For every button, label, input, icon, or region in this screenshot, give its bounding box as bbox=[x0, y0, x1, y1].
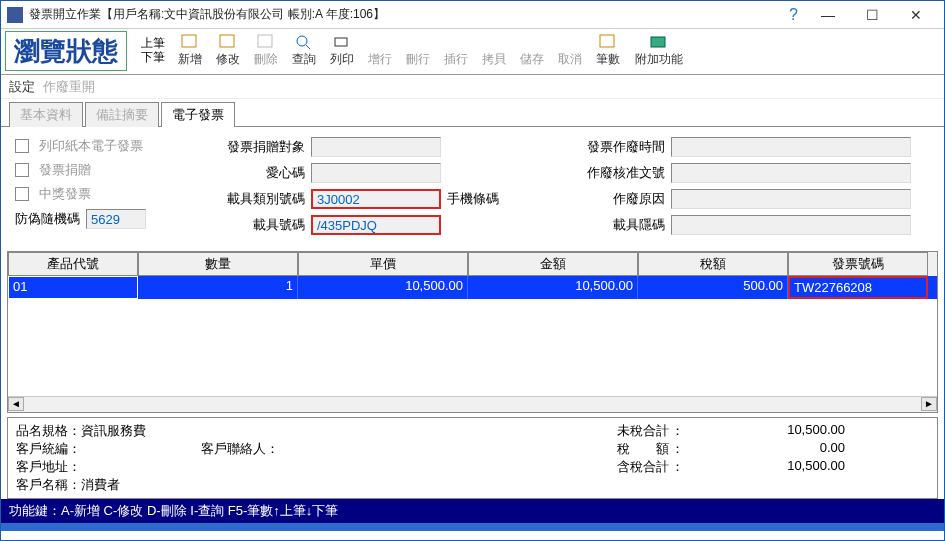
cell-price[interactable]: 10,500.00 bbox=[298, 276, 468, 299]
cell-amount[interactable]: 10,500.00 bbox=[468, 276, 638, 299]
chk-print-paper[interactable] bbox=[15, 139, 29, 153]
scroll-right-icon[interactable]: ► bbox=[921, 397, 937, 411]
cancel-button[interactable]: 取消 bbox=[551, 31, 589, 68]
lbl-custcode: 客戶統編： bbox=[16, 440, 81, 458]
window-title: 發票開立作業【用戶名稱:文中資訊股份有限公司 帳別:A 年度:106】 bbox=[29, 6, 789, 23]
lbl-mobile-barcode: 手機條碼 bbox=[447, 190, 499, 208]
menu-settings[interactable]: 設定 bbox=[9, 78, 35, 96]
summary-panel: 品名規格：資訊服務費 客戶統編：客戶聯絡人： 客戶地址： 客戶名稱：消費者 未稅… bbox=[7, 417, 938, 499]
lbl-spec: 品名規格： bbox=[16, 422, 81, 440]
cell-prod[interactable]: 01 bbox=[8, 276, 138, 299]
tab-bar: 基本資料 備註摘要 電子發票 bbox=[1, 103, 944, 127]
table-row[interactable]: 01 1 10,500.00 10,500.00 500.00 TW227662… bbox=[8, 276, 937, 299]
count-button[interactable]: 筆數 bbox=[589, 31, 627, 68]
fld-lovecode[interactable] bbox=[311, 163, 441, 183]
fld-void-approve[interactable] bbox=[671, 163, 911, 183]
lbl-total: 含稅合計 bbox=[589, 458, 669, 476]
maximize-button[interactable]: ☐ bbox=[850, 2, 894, 28]
col-prod[interactable]: 產品代號 bbox=[8, 252, 138, 276]
save-button[interactable]: 儲存 bbox=[513, 31, 551, 68]
col-amount[interactable]: 金額 bbox=[468, 252, 638, 276]
tab-einvoice[interactable]: 電子發票 bbox=[161, 102, 235, 127]
lbl-prize: 中獎發票 bbox=[39, 185, 91, 203]
app-icon bbox=[7, 7, 23, 23]
fld-void-reason[interactable] bbox=[671, 189, 911, 209]
svg-line-4 bbox=[306, 45, 310, 49]
insrow-button[interactable]: 插行 bbox=[437, 31, 475, 68]
prev-button[interactable]: 上筆 bbox=[141, 36, 165, 50]
fld-carrier-no[interactable]: /435PDJQ bbox=[311, 215, 441, 235]
nav-buttons[interactable]: 上筆 下筆 bbox=[135, 31, 171, 68]
cell-qty[interactable]: 1 bbox=[138, 276, 298, 299]
svg-rect-0 bbox=[182, 35, 196, 47]
fld-antifake[interactable]: 5629 bbox=[86, 209, 146, 229]
extra-button[interactable]: 附加功能 bbox=[627, 31, 691, 68]
lbl-tax: 稅 額 bbox=[589, 440, 669, 458]
mode-indicator: 瀏覽狀態 bbox=[5, 31, 127, 71]
cell-tax[interactable]: 500.00 bbox=[638, 276, 788, 299]
lbl-donate: 發票捐贈 bbox=[39, 161, 91, 179]
val-total: 10,500.00 bbox=[685, 458, 845, 476]
query-button[interactable]: 查詢 bbox=[285, 31, 323, 68]
lbl-print-paper: 列印紙本電子發票 bbox=[39, 137, 143, 155]
print-button[interactable]: 列印 bbox=[323, 31, 361, 68]
next-button[interactable]: 下筆 bbox=[141, 50, 165, 64]
svg-rect-7 bbox=[651, 37, 665, 47]
col-inv[interactable]: 發票號碼 bbox=[788, 252, 928, 276]
lbl-void-reason: 作廢原因 bbox=[565, 190, 665, 208]
lbl-antifake: 防偽隨機碼 bbox=[15, 210, 80, 228]
edit-button[interactable]: 修改 bbox=[209, 31, 247, 68]
scroll-left-icon[interactable]: ◄ bbox=[8, 397, 24, 411]
chk-donate[interactable] bbox=[15, 163, 29, 177]
footer-strip bbox=[1, 523, 944, 531]
delrow-button[interactable]: 刪行 bbox=[399, 31, 437, 68]
lbl-contact: 客戶聯絡人： bbox=[201, 440, 279, 458]
grid-body[interactable]: 01 1 10,500.00 10,500.00 500.00 TW227662… bbox=[8, 276, 937, 396]
col-tax[interactable]: 稅額 bbox=[638, 252, 788, 276]
val-subtotal: 10,500.00 bbox=[685, 422, 845, 440]
menubar: 設定 作廢重開 bbox=[1, 75, 944, 99]
chk-prize[interactable] bbox=[15, 187, 29, 201]
form-area: 列印紙本電子發票 發票捐贈 中獎發票 防偽隨機碼5629 發票捐贈對象 愛心碼 … bbox=[1, 127, 944, 251]
add-button[interactable]: 新增 bbox=[171, 31, 209, 68]
help-icon[interactable]: ? bbox=[789, 6, 798, 24]
col-price[interactable]: 單價 bbox=[298, 252, 468, 276]
tab-basic[interactable]: 基本資料 bbox=[9, 102, 83, 127]
h-scrollbar[interactable]: ◄ ► bbox=[8, 396, 937, 412]
addrow-button[interactable]: 增行 bbox=[361, 31, 399, 68]
menu-reopen[interactable]: 作廢重開 bbox=[43, 78, 95, 96]
delete-button[interactable]: 刪除 bbox=[247, 31, 285, 68]
copy-button[interactable]: 拷貝 bbox=[475, 31, 513, 68]
lbl-void-approve: 作廢核准文號 bbox=[565, 164, 665, 182]
svg-rect-5 bbox=[335, 38, 347, 46]
status-text: 功能鍵：A-新增 C-修改 D-刪除 I-查詢 F5-筆數↑上筆↓下筆 bbox=[9, 502, 338, 520]
cell-invoice[interactable]: TW22766208 bbox=[788, 276, 928, 299]
grid-header: 產品代號 數量 單價 金額 稅額 發票號碼 bbox=[8, 252, 937, 276]
val-tax: 0.00 bbox=[685, 440, 845, 458]
toolbar: 瀏覽狀態 上筆 下筆 新增 修改 刪除 查詢 列印 增行 刪行 插行 拷貝 儲存… bbox=[1, 29, 944, 75]
col-qty[interactable]: 數量 bbox=[138, 252, 298, 276]
fld-carrier-hidden[interactable] bbox=[671, 215, 911, 235]
close-button[interactable]: ✕ bbox=[894, 2, 938, 28]
svg-rect-1 bbox=[220, 35, 234, 47]
svg-point-3 bbox=[297, 36, 307, 46]
minimize-button[interactable]: — bbox=[806, 2, 850, 28]
lbl-carrier-hidden: 載具隱碼 bbox=[565, 216, 665, 234]
fld-carrier-type[interactable]: 3J0002 bbox=[311, 189, 441, 209]
status-bar: 功能鍵：A-新增 C-修改 D-刪除 I-查詢 F5-筆數↑上筆↓下筆 bbox=[1, 499, 944, 523]
lbl-lovecode: 愛心碼 bbox=[205, 164, 305, 182]
lbl-donate-target: 發票捐贈對象 bbox=[205, 138, 305, 156]
titlebar: 發票開立作業【用戶名稱:文中資訊股份有限公司 帳別:A 年度:106】 ? — … bbox=[1, 1, 944, 29]
lbl-carrier-no: 載具號碼 bbox=[205, 216, 305, 234]
data-grid: 產品代號 數量 單價 金額 稅額 發票號碼 01 1 10,500.00 10,… bbox=[7, 251, 938, 413]
lbl-custname: 客戶名稱： bbox=[16, 476, 81, 494]
svg-rect-2 bbox=[258, 35, 272, 47]
fld-donate-target[interactable] bbox=[311, 137, 441, 157]
tab-remark[interactable]: 備註摘要 bbox=[85, 102, 159, 127]
lbl-subtotal: 未稅合計 bbox=[589, 422, 669, 440]
val-spec: 資訊服務費 bbox=[81, 422, 146, 440]
val-custname: 消費者 bbox=[81, 476, 120, 494]
fld-void-time[interactable] bbox=[671, 137, 911, 157]
lbl-void-time: 發票作廢時間 bbox=[565, 138, 665, 156]
svg-rect-6 bbox=[600, 35, 614, 47]
